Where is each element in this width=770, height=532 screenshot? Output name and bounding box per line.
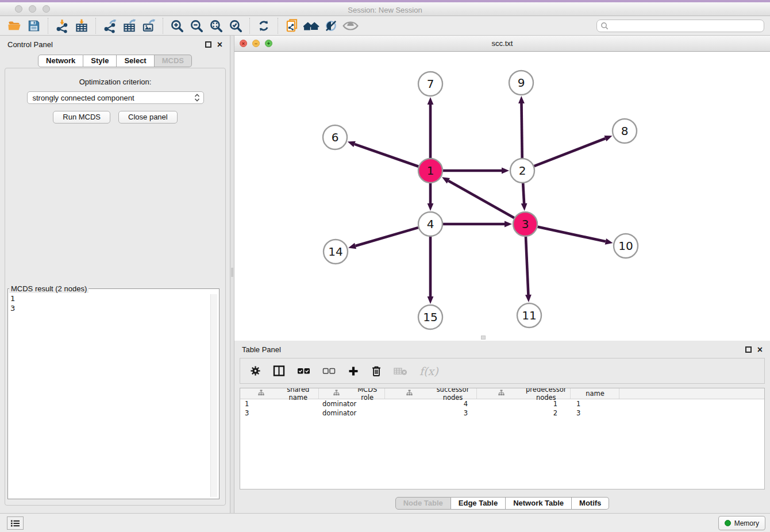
network-canvas[interactable]: 7968124314101511 — [234, 52, 770, 341]
hide-details-icon[interactable] — [321, 17, 341, 34]
zoom-in-icon[interactable] — [167, 17, 187, 34]
graph-edge-3-1[interactable] — [448, 181, 514, 218]
graph-node-7[interactable]: 7 — [418, 72, 442, 96]
result-scrollbar[interactable] — [210, 294, 217, 497]
mcds-result-title: MCDS result (2 nodes) — [9, 284, 88, 293]
column-header-predecessor-nodes[interactable]: predecessor nodes — [477, 388, 571, 399]
column-header-successor-nodes[interactable]: successor nodes — [385, 388, 477, 399]
export-network-icon[interactable] — [100, 17, 120, 34]
toolbar-separator — [95, 18, 96, 34]
close-panel-button[interactable]: Close panel — [118, 111, 178, 124]
tab-mcds[interactable]: MCDS — [155, 55, 192, 67]
show-columns-icon[interactable] — [273, 365, 285, 376]
graph-edge-arrowhead — [502, 168, 509, 174]
show-panel-list-button[interactable] — [7, 516, 24, 530]
close-panel-icon[interactable]: × — [757, 346, 763, 353]
network-window: scc.txt × − + 7968124314101511 — [234, 36, 770, 341]
panel-divider[interactable] — [230, 36, 234, 513]
home-icon[interactable] — [302, 17, 321, 34]
table-cell: 3 — [240, 408, 319, 418]
network-window-titlebar[interactable]: scc.txt × − + — [234, 36, 770, 52]
graph-node-3[interactable]: 3 — [513, 212, 537, 236]
tab-network[interactable]: Network — [38, 55, 83, 67]
table-cell: 3 — [385, 408, 477, 418]
canvas-scroll-gripper[interactable] — [481, 336, 486, 340]
tab-edge-table[interactable]: Edge Table — [451, 497, 506, 510]
graph-node-10[interactable]: 10 — [614, 234, 638, 258]
graph-edge-arrowhead — [521, 203, 528, 211]
graph-edge-1-6[interactable] — [355, 144, 418, 167]
graph-node-6[interactable]: 6 — [323, 125, 347, 149]
graph-node-11[interactable]: 11 — [517, 303, 541, 327]
table-cell: 1 — [571, 399, 619, 408]
close-panel-icon[interactable]: × — [217, 41, 222, 48]
toolbar-separator — [163, 18, 163, 34]
mcds-result-text[interactable]: 1 3 — [10, 294, 210, 497]
open-session-icon[interactable] — [5, 17, 24, 34]
graph-node-8[interactable]: 8 — [613, 119, 637, 143]
select-all-icon[interactable] — [297, 367, 310, 375]
svg-text:6: 6 — [332, 130, 339, 144]
node-table: shared nameMCDS rolesuccessor nodesprede… — [240, 388, 765, 489]
deselect-all-icon[interactable] — [322, 367, 336, 375]
graph-edge-3-10[interactable] — [537, 227, 605, 242]
float-panel-icon[interactable] — [205, 41, 211, 48]
graph-node-4[interactable]: 4 — [418, 212, 442, 236]
tab-node-table[interactable]: Node Table — [395, 497, 451, 510]
graph-edge-2-8[interactable] — [534, 138, 606, 166]
table-row[interactable]: 3dominator323 — [240, 408, 764, 418]
zoom-out-icon[interactable] — [187, 17, 206, 34]
clone-network-icon[interactable] — [282, 17, 302, 34]
graph-edge-arrowhead — [525, 295, 532, 302]
graph-edge-arrowhead — [518, 96, 525, 103]
graph-node-2[interactable]: 2 — [510, 159, 534, 183]
network-graph[interactable]: 7968124314101511 — [234, 52, 770, 341]
birdseye-view-icon[interactable] — [341, 17, 360, 34]
network-window-title: scc.txt — [234, 39, 770, 48]
control-panel: Control Panel × NetworkStyleSelectMCDS O… — [0, 36, 230, 513]
graph-edge-3-11[interactable] — [526, 237, 528, 295]
network-minimize-button[interactable]: − — [252, 40, 260, 47]
delete-column-icon[interactable] — [371, 365, 382, 377]
tab-select[interactable]: Select — [117, 55, 154, 67]
export-table-icon[interactable] — [120, 17, 139, 34]
graph-edge-2-9[interactable] — [521, 103, 522, 158]
tab-motifs[interactable]: Motifs — [572, 497, 609, 510]
import-table-icon[interactable] — [72, 17, 91, 34]
zoom-selected-icon[interactable] — [226, 17, 245, 34]
graph-node-9[interactable]: 9 — [509, 71, 533, 95]
svg-text:9: 9 — [518, 76, 525, 90]
float-panel-icon[interactable] — [745, 346, 752, 353]
hierarchy-icon — [323, 390, 354, 398]
memory-button[interactable]: Memory — [718, 516, 765, 530]
table-row[interactable]: 1dominator411 — [240, 399, 764, 408]
hierarchy-icon — [244, 390, 282, 398]
export-image-icon[interactable] — [139, 17, 159, 34]
graph-edge-4-14[interactable] — [356, 228, 418, 246]
tab-network-table[interactable]: Network Table — [506, 497, 572, 510]
search-input[interactable] — [609, 21, 760, 31]
column-header-name[interactable]: name — [571, 388, 619, 399]
save-session-icon[interactable] — [24, 17, 44, 34]
add-column-icon[interactable] — [348, 365, 359, 377]
tab-style[interactable]: Style — [83, 55, 117, 67]
import-network-icon[interactable] — [52, 17, 72, 34]
apply-layout-icon[interactable] — [254, 17, 274, 34]
table-cell: 2 — [477, 408, 571, 418]
graph-edge-arrowhead — [428, 296, 434, 304]
svg-text:7: 7 — [427, 77, 434, 91]
table-settings-icon[interactable] — [250, 365, 261, 376]
graph-edge-2-3[interactable] — [523, 183, 524, 203]
network-zoom-button[interactable]: + — [265, 40, 272, 47]
column-header-MCDS-role[interactable]: MCDS role — [319, 388, 385, 399]
dropdown-value: strongly connected component — [33, 94, 134, 102]
column-header-shared-name[interactable]: shared name — [240, 388, 319, 399]
graph-node-1[interactable]: 1 — [418, 159, 442, 183]
graph-node-15[interactable]: 15 — [418, 305, 442, 329]
divider-grip[interactable] — [231, 268, 233, 277]
network-close-button[interactable]: × — [240, 40, 247, 47]
zoom-fit-icon[interactable] — [206, 17, 226, 34]
graph-node-14[interactable]: 14 — [324, 240, 348, 264]
run-mcds-button[interactable]: Run MCDS — [53, 111, 110, 124]
optimization-criterion-dropdown[interactable]: strongly connected component — [27, 91, 204, 104]
